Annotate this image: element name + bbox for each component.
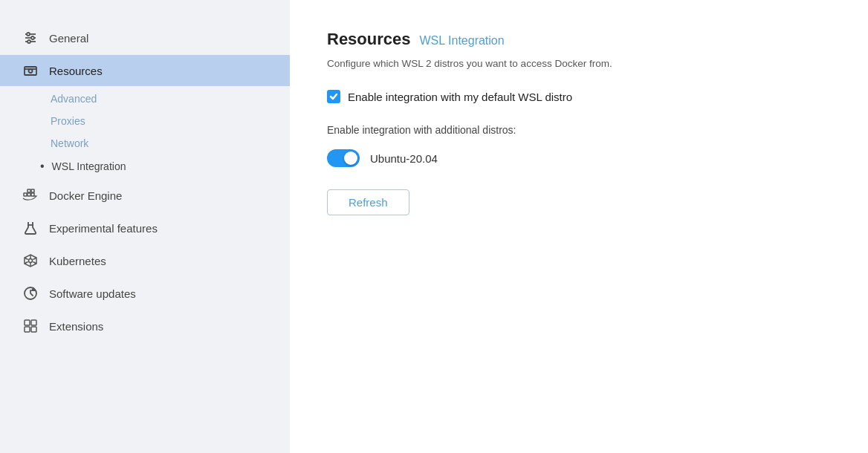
sidebar-item-updates-label: Software updates	[49, 287, 136, 300]
sidebar-sub-wsl[interactable]: WSL Integration	[0, 154, 290, 178]
default-wsl-label: Enable integration with my default WSL d…	[348, 91, 572, 103]
svg-rect-6	[25, 67, 36, 75]
updates-icon	[22, 285, 39, 302]
default-wsl-checkbox[interactable]	[327, 90, 340, 103]
sidebar-item-resources[interactable]: Resources	[0, 55, 290, 86]
svg-rect-9	[24, 193, 27, 196]
default-wsl-checkbox-row: Enable integration with my default WSL d…	[327, 90, 831, 103]
ubuntu-toggle[interactable]	[327, 149, 360, 167]
kubernetes-icon	[22, 252, 39, 269]
svg-rect-12	[27, 189, 30, 192]
svg-rect-27	[31, 327, 36, 332]
network-label: Network	[51, 137, 88, 149]
svg-rect-11	[31, 193, 34, 196]
sidebar-item-general-label: General	[49, 32, 88, 45]
page-header: Resources WSL Integration	[327, 30, 831, 49]
flask-icon	[22, 220, 39, 236]
svg-point-3	[27, 33, 30, 36]
svg-point-5	[27, 40, 30, 43]
page-subtitle: WSL Integration	[420, 34, 505, 48]
extensions-icon	[22, 318, 39, 334]
svg-point-16	[29, 259, 33, 263]
sidebar: General Resources Advanced Proxies Netwo…	[0, 0, 290, 453]
sidebar-item-kubernetes[interactable]: Kubernetes	[0, 245, 290, 276]
sidebar-item-kubernetes-label: Kubernetes	[49, 255, 106, 267]
resources-icon	[22, 62, 39, 79]
sliders-icon	[22, 30, 39, 46]
wsl-label: WSL Integration	[52, 160, 126, 172]
sidebar-item-docker-label: Docker Engine	[49, 189, 122, 202]
main-content: Resources WSL Integration Configure whic…	[290, 0, 868, 453]
sidebar-sub-items: Advanced Proxies Network WSL Integration	[0, 88, 290, 178]
sidebar-sub-advanced[interactable]: Advanced	[0, 88, 290, 110]
sidebar-item-docker[interactable]: Docker Engine	[0, 180, 290, 211]
svg-rect-24	[25, 320, 30, 325]
sidebar-sub-network[interactable]: Network	[0, 132, 290, 154]
svg-rect-13	[31, 189, 34, 192]
sidebar-item-experimental[interactable]: Experimental features	[0, 212, 290, 244]
proxies-label: Proxies	[51, 115, 85, 127]
svg-point-4	[31, 36, 34, 39]
svg-rect-10	[27, 193, 30, 196]
advanced-label: Advanced	[51, 93, 97, 105]
sidebar-item-software-updates[interactable]: Software updates	[0, 278, 290, 309]
svg-rect-25	[31, 320, 36, 325]
sidebar-item-extensions-label: Extensions	[49, 320, 103, 333]
docker-icon	[22, 187, 39, 203]
sidebar-item-resources-label: Resources	[49, 65, 103, 77]
sidebar-item-general[interactable]: General	[0, 22, 290, 53]
sidebar-item-experimental-label: Experimental features	[49, 222, 158, 235]
page-description: Configure which WSL 2 distros you want t…	[327, 58, 831, 69]
page-title: Resources	[327, 30, 411, 49]
svg-rect-26	[25, 327, 30, 332]
ubuntu-distro-row: Ubuntu-20.04	[327, 149, 831, 167]
sidebar-item-extensions[interactable]: Extensions	[0, 310, 290, 342]
ubuntu-label: Ubuntu-20.04	[370, 152, 438, 165]
sidebar-sub-proxies[interactable]: Proxies	[0, 110, 290, 132]
additional-distros-label: Enable integration with additional distr…	[327, 124, 831, 136]
refresh-button[interactable]: Refresh	[327, 189, 409, 215]
